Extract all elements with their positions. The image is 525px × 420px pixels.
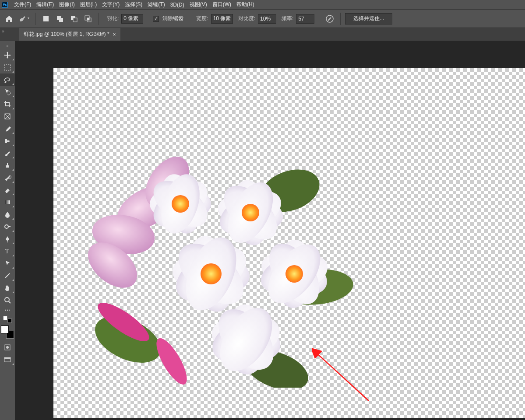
divider [340,13,341,25]
add-to-selection-icon[interactable] [55,14,65,24]
menu-image[interactable]: 图像(I) [56,0,77,9]
svg-rect-17 [5,200,10,204]
svg-text:T: T [5,248,9,255]
gradient-tool[interactable] [0,196,15,208]
history-brush-tool[interactable] [0,172,15,184]
eyedropper-tool[interactable] [0,122,15,135]
quick-selection-tool[interactable] [0,86,15,98]
svg-rect-1 [43,16,49,21]
close-tab-icon[interactable]: × [113,32,116,38]
contrast-label: 对比度: [238,15,255,22]
move-tool[interactable] [0,49,15,61]
menu-filter[interactable]: 滤镜(T) [145,0,167,9]
brush-tool[interactable] [0,147,15,159]
pen-tool[interactable] [0,233,15,245]
svg-line-21 [5,273,10,278]
svg-point-18 [5,225,8,228]
svg-point-56 [201,263,222,284]
frequency-label: 频率: [282,15,293,22]
intersect-selection-icon[interactable] [83,14,93,24]
edit-toolbar-icon[interactable]: ⋯ [0,306,15,314]
app-logo-icon: Ps [2,2,8,8]
menu-type[interactable]: 文字(Y) [99,0,122,9]
width-input[interactable] [211,14,233,24]
document-tab-bar: » 鲜花.jpg @ 100% (图层 1, RGB/8#) * × [0,28,525,41]
eraser-tool[interactable] [0,184,15,196]
svg-point-50 [242,204,259,221]
svg-rect-3 [59,18,63,22]
divider [35,13,35,25]
expand-panels-icon[interactable]: » [0,28,6,34]
anti-alias-checkbox[interactable] [153,16,159,22]
menu-select[interactable]: 选择(S) [122,0,145,9]
dodge-tool[interactable] [0,220,15,233]
hand-tool[interactable] [0,282,15,294]
blur-tool[interactable] [0,208,15,220]
default-colors-icon[interactable] [3,316,12,323]
stylus-pressure-icon[interactable] [324,14,335,24]
divider [188,13,188,25]
svg-rect-8 [87,18,89,20]
svg-point-33 [151,334,193,388]
text-tool[interactable]: T [0,245,15,257]
svg-point-62 [285,265,303,283]
divider [319,13,319,25]
tool-panel: » T ⋯ [0,41,15,420]
flower-image [71,134,360,388]
crop-tool[interactable] [0,98,15,110]
menu-file[interactable]: 文件(F) [11,0,34,9]
svg-rect-16 [5,139,7,143]
path-selection-tool[interactable] [0,257,15,270]
options-bar: 羽化: 消除锯齿 宽度: 对比度: 频率: 选择并遮住... [0,10,525,28]
menu-bar: Ps 文件(F) 编辑(E) 图像(I) 图层(L) 文字(Y) 选择(S) 滤… [0,0,525,10]
select-and-mask-button[interactable]: 选择并遮住... [345,13,392,24]
healing-brush-tool[interactable] [0,135,15,147]
menu-window[interactable]: 窗口(W) [210,0,234,9]
zoom-tool[interactable] [0,294,15,306]
divider [99,13,99,25]
svg-point-44 [172,195,189,213]
expand-tools-icon[interactable]: » [0,43,15,49]
subtract-from-selection-icon[interactable] [69,14,79,24]
width-label: 宽度: [196,15,208,22]
canvas[interactable] [53,68,525,418]
menu-layer[interactable]: 图层(L) [78,0,100,9]
contrast-input[interactable] [258,14,276,24]
quick-mask-icon[interactable] [0,341,15,354]
frame-tool[interactable] [0,110,15,122]
workspace [15,41,525,420]
new-selection-icon[interactable] [41,14,51,24]
svg-rect-19 [8,226,11,227]
line-tool[interactable] [0,270,15,282]
svg-point-22 [5,298,9,302]
feather-input[interactable] [121,14,143,24]
menu-edit[interactable]: 编辑(E) [34,0,56,9]
svg-rect-10 [4,64,11,70]
screen-mode-icon[interactable] [0,354,15,366]
svg-rect-27 [4,357,11,359]
menu-help[interactable]: 帮助(H) [234,0,257,9]
svg-point-25 [6,346,9,349]
svg-marker-0 [28,18,29,19]
rectangular-marquee-tool[interactable] [0,61,15,74]
anti-alias-label: 消除锯齿 [162,15,183,22]
menu-view[interactable]: 视图(V) [187,0,210,9]
feather-label: 羽化: [107,15,119,22]
svg-point-11 [7,91,11,95]
home-button[interactable] [3,12,16,25]
color-swatches[interactable] [1,326,14,339]
menu-3d[interactable]: 3D(D) [168,1,187,9]
document-tab-title: 鲜花.jpg @ 100% (图层 1, RGB/8#) * [24,31,109,38]
frequency-input[interactable] [296,14,314,24]
foreground-color-swatch[interactable] [1,326,9,333]
svg-rect-5 [73,18,77,22]
magnetic-lasso-tool[interactable] [0,74,15,86]
clone-stamp-tool[interactable] [0,159,15,172]
document-tab[interactable]: 鲜花.jpg @ 100% (图层 1, RGB/8#) * × [19,28,120,41]
tool-preset-picker[interactable] [18,12,31,25]
svg-line-23 [9,301,11,303]
